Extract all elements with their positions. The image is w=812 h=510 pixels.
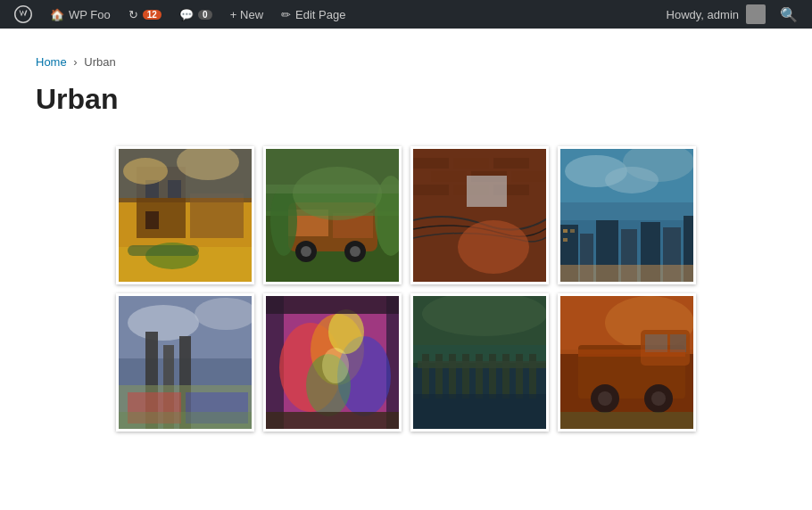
svg-rect-55: [570, 229, 575, 233]
svg-rect-95: [418, 361, 547, 368]
svg-point-61: [195, 298, 254, 330]
svg-point-20: [301, 246, 311, 257]
gallery-item[interactable]: [263, 146, 402, 284]
search-button[interactable]: 🔍: [773, 0, 805, 29]
gallery-item[interactable]: [558, 293, 696, 432]
new-label: + New: [230, 8, 263, 21]
comments-icon: 💬: [179, 8, 194, 21]
svg-point-21: [350, 246, 360, 257]
svg-rect-93: [516, 354, 523, 399]
admin-bar: 🏠 WP Foo ↻ 12 💬 0 + New ✏ Edit Page Howd…: [0, 0, 812, 29]
svg-rect-40: [413, 149, 549, 284]
breadcrumb-current: Urban: [84, 55, 115, 69]
svg-rect-54: [563, 229, 568, 233]
svg-rect-57: [560, 265, 696, 284]
edit-page-button[interactable]: ✏ Edit Page: [274, 0, 352, 29]
pencil-icon: ✏: [281, 8, 291, 21]
comments-button[interactable]: 💬 0: [172, 0, 220, 29]
svg-point-77: [328, 309, 364, 354]
svg-rect-26: [266, 149, 402, 193]
gallery-item[interactable]: [410, 146, 549, 284]
gallery-item[interactable]: [263, 293, 402, 432]
page-title: Urban: [36, 83, 776, 116]
edit-page-label: Edit Page: [295, 8, 345, 21]
gallery-item[interactable]: [116, 146, 254, 284]
svg-point-46: [605, 167, 659, 193]
howdy-text: Howdy, admin: [667, 8, 739, 21]
new-content-button[interactable]: + New: [223, 0, 270, 29]
breadcrumb-home-link[interactable]: Home: [36, 55, 67, 69]
svg-rect-88: [449, 354, 456, 399]
admin-bar-left: 🏠 WP Foo ↻ 12 💬 0 + New ✏ Edit Page: [7, 0, 667, 29]
svg-rect-94: [529, 354, 536, 399]
svg-rect-96: [413, 394, 549, 432]
svg-rect-86: [422, 354, 429, 399]
svg-rect-56: [563, 238, 568, 242]
svg-point-80: [322, 348, 349, 383]
updates-icon: ↻: [128, 8, 138, 21]
site-name-button[interactable]: 🏠 WP Foo: [43, 0, 118, 29]
updates-button[interactable]: ↻ 12: [121, 0, 169, 29]
comments-badge: 0: [198, 10, 212, 20]
svg-rect-90: [476, 354, 483, 399]
site-name-label: WP Foo: [69, 8, 111, 21]
svg-rect-91: [489, 354, 496, 399]
gallery-grid: [36, 137, 776, 440]
svg-rect-6: [190, 193, 244, 238]
svg-rect-78: [266, 412, 402, 432]
house-icon: 🏠: [50, 8, 64, 21]
breadcrumb: Home › Urban: [36, 55, 776, 69]
svg-rect-92: [502, 354, 510, 399]
svg-rect-111: [560, 296, 696, 432]
gallery-item[interactable]: [116, 293, 254, 432]
svg-point-11: [123, 158, 168, 185]
svg-rect-79: [266, 296, 402, 314]
svg-rect-89: [462, 354, 469, 399]
svg-point-60: [128, 305, 199, 341]
wp-logo-button[interactable]: [7, 0, 39, 29]
gallery-item[interactable]: [558, 146, 696, 284]
updates-badge: 12: [143, 10, 162, 20]
avatar: [746, 4, 766, 24]
svg-rect-87: [435, 354, 443, 399]
svg-rect-5: [145, 211, 159, 229]
admin-bar-right: Howdy, admin 🔍: [667, 0, 805, 29]
svg-rect-9: [128, 245, 199, 256]
breadcrumb-separator: ›: [73, 55, 77, 69]
main-content: Home › Urban Urban: [0, 29, 812, 510]
gallery-item[interactable]: [410, 293, 549, 432]
svg-rect-68: [119, 412, 254, 432]
